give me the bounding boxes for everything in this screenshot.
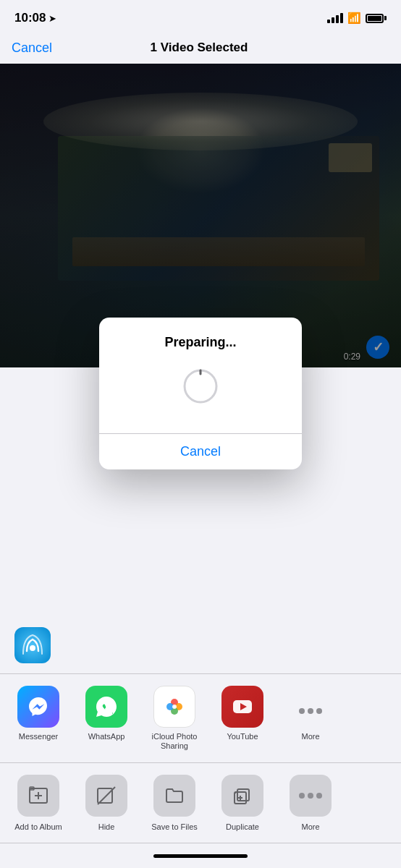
wifi-icon: 📶 xyxy=(347,12,361,25)
location-icon: ➤ xyxy=(48,13,56,24)
dialog-content: Preparing... xyxy=(99,318,302,433)
nav-bar: Cancel 1 Video Selected xyxy=(0,32,401,64)
status-icons: 📶 xyxy=(327,12,387,25)
spinner-svg xyxy=(181,367,220,406)
dialog-cancel-button[interactable]: Cancel xyxy=(99,434,302,469)
status-bar: 10:08 ➤ 📶 xyxy=(0,0,401,32)
signal-bars xyxy=(327,13,343,23)
preparing-dialog: Preparing... Cancel xyxy=(99,318,302,469)
dialog-title: Preparing... xyxy=(164,335,236,350)
svg-point-18 xyxy=(185,370,216,402)
status-time: 10:08 xyxy=(14,11,46,25)
spinner-container xyxy=(179,365,222,408)
preparing-dialog-overlay: Preparing... Cancel xyxy=(0,64,401,868)
nav-cancel-button[interactable]: Cancel xyxy=(12,41,52,56)
nav-title: 1 Video Selected xyxy=(151,41,248,55)
battery-icon xyxy=(366,14,387,23)
